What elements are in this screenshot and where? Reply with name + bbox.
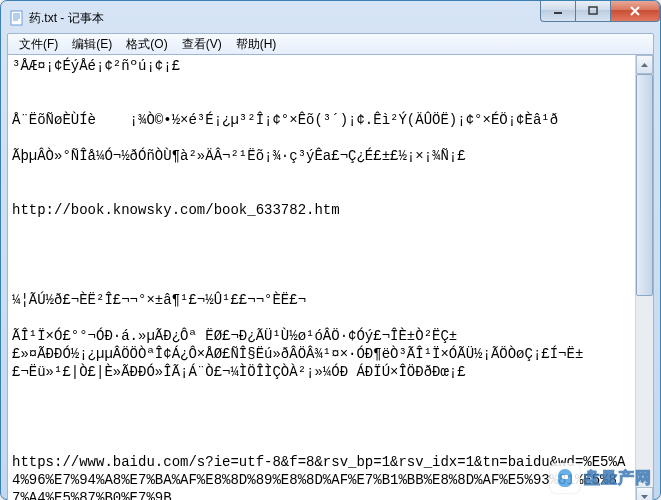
menu-format[interactable]: 格式(O) <box>119 34 174 55</box>
menubar: 文件(F) 编辑(E) 格式(O) 查看(V) 帮助(H) <box>7 33 654 55</box>
vertical-scrollbar[interactable] <box>635 55 653 500</box>
menu-help[interactable]: 帮助(H) <box>229 34 284 55</box>
menu-view[interactable]: 查看(V) <box>175 34 229 55</box>
maximize-button[interactable] <box>576 1 611 22</box>
titlebar[interactable]: 药.txt - 记事本 <box>7 7 654 33</box>
scroll-up-button[interactable] <box>636 55 653 74</box>
scroll-track[interactable] <box>636 74 653 487</box>
client-area: ³ÅÆ¤¡¢ÉýÅé¡¢²ñºú¡¢¡£ Å¨ËõÑøÈÙÍè ¡¾Ò©•½×é… <box>7 55 654 500</box>
minimize-button[interactable] <box>540 1 576 22</box>
svg-marker-10 <box>641 495 648 499</box>
notepad-window: 药.txt - 记事本 文件(F) 编辑(E) 格式(O) 查看(V) 帮助(H… <box>0 0 661 500</box>
app-icon <box>9 10 25 26</box>
close-button[interactable] <box>611 1 660 22</box>
text-editor[interactable]: ³ÅÆ¤¡¢ÉýÅé¡¢²ñºú¡¢¡£ Å¨ËõÑøÈÙÍè ¡¾Ò©•½×é… <box>8 55 635 500</box>
menu-file[interactable]: 文件(F) <box>12 34 65 55</box>
svg-rect-6 <box>589 7 597 14</box>
scroll-thumb[interactable] <box>636 74 653 296</box>
menu-edit[interactable]: 编辑(E) <box>65 34 119 55</box>
svg-marker-9 <box>641 63 648 67</box>
window-controls <box>540 1 660 22</box>
scroll-down-button[interactable] <box>636 487 653 500</box>
